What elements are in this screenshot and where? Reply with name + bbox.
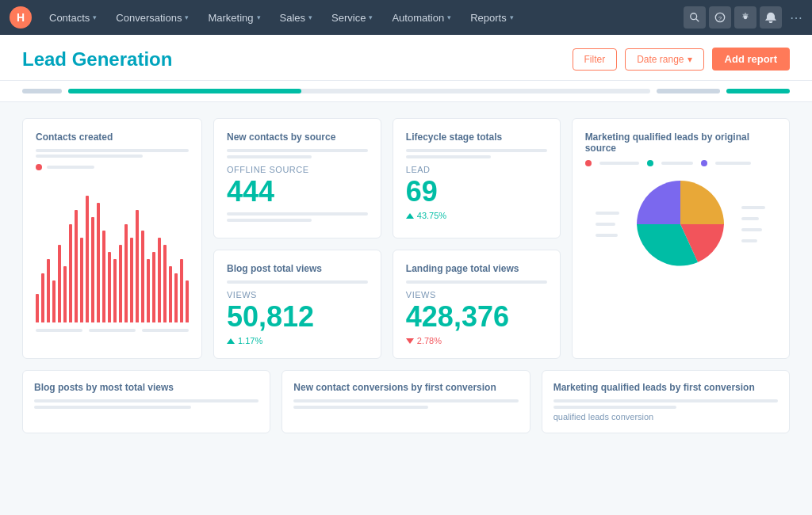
new-contacts-card: New contacts by source OFFLINE SOURCE 44… <box>213 118 381 238</box>
cards-grid: Contacts created New contacts by source <box>22 118 790 359</box>
page-title: Lead Generation <box>22 48 172 71</box>
chevron-down-icon: ▾ <box>688 54 692 65</box>
chart-bar <box>102 231 105 322</box>
pie-source-legend <box>585 160 776 166</box>
help-icon-btn[interactable]: ? <box>709 6 731 29</box>
chart-bar <box>147 259 150 322</box>
chart-x-labels <box>36 329 189 332</box>
card-legend <box>36 164 189 170</box>
progress-row <box>0 81 812 102</box>
mql-conversion-card: Marketing qualified leads by first conve… <box>542 370 790 433</box>
search-icon-btn[interactable] <box>684 6 706 29</box>
top-navigation: H Contacts ▾ Conversations ▾ Marketing ▾… <box>0 0 812 35</box>
nav-reports[interactable]: Reports ▾ <box>462 0 522 35</box>
source-dot-teal <box>647 160 653 166</box>
chevron-down-icon: ▾ <box>185 13 189 21</box>
notifications-icon-btn[interactable] <box>760 6 782 29</box>
progress-track-main <box>68 89 650 93</box>
chart-bar <box>80 238 83 322</box>
chevron-down-icon: ▾ <box>93 13 97 21</box>
lifecycle-title: Lifecycle stage totals <box>406 132 547 143</box>
contacts-created-card: Contacts created <box>22 118 202 359</box>
more-options-icon[interactable]: ⋯ <box>790 10 802 25</box>
blog-views-label: VIEWS <box>227 290 368 299</box>
chart-bar <box>124 224 128 322</box>
legend-lines <box>36 149 189 158</box>
lead-label: LEAD <box>406 165 547 174</box>
chart-bar <box>63 266 67 322</box>
chart-bar <box>86 196 89 322</box>
chart-bar <box>174 273 178 322</box>
bottom-cards-grid: Blog posts by most total views New conta… <box>22 370 790 433</box>
nav-contacts[interactable]: Contacts ▾ <box>41 0 105 35</box>
blog-views-change: 1.17% <box>227 336 368 345</box>
nav-sales[interactable]: Sales ▾ <box>272 0 321 35</box>
chart-bar <box>52 280 56 322</box>
contacts-created-title: Contacts created <box>36 132 189 143</box>
chevron-down-icon: ▾ <box>369 13 373 21</box>
lifecycle-stage-card: Lifecycle stage totals LEAD 69 43.75% <box>393 118 561 238</box>
nav-service[interactable]: Service ▾ <box>324 0 381 35</box>
filter-button[interactable]: Filter <box>573 48 618 71</box>
chevron-down-icon: ▾ <box>510 13 514 21</box>
progress-bar-left <box>22 89 62 93</box>
settings-icon-btn[interactable] <box>734 6 756 29</box>
source-dot-red <box>585 160 592 166</box>
chart-bar <box>136 210 139 322</box>
legend-line-2 <box>36 154 143 158</box>
chart-bar <box>158 238 161 322</box>
pie-chart-svg <box>629 173 732 276</box>
chart-bar <box>186 280 189 322</box>
down-arrow-icon <box>406 338 414 344</box>
legend-dot <box>36 164 42 170</box>
chevron-down-icon: ▾ <box>257 13 261 21</box>
chevron-down-icon: ▾ <box>308 13 312 21</box>
chart-bar <box>91 217 94 322</box>
add-report-button[interactable]: Add report <box>712 48 790 71</box>
new-contacts-value: 444 <box>227 177 368 206</box>
new-contacts-title: New contacts by source <box>227 132 368 143</box>
chart-bar <box>180 259 183 322</box>
progress-fill-teal <box>68 89 301 93</box>
blog-posts-title: Blog posts by most total views <box>34 382 259 393</box>
pie-left-legend <box>596 212 619 237</box>
svg-line-1 <box>696 19 699 22</box>
progress-bar-right <box>657 89 720 93</box>
topnav-icon-group: ? <box>684 6 782 29</box>
chart-bar <box>113 259 117 322</box>
pie-chart-container <box>585 173 776 276</box>
chart-bar <box>69 224 72 322</box>
up-arrow-icon <box>406 213 414 219</box>
chart-bar <box>108 252 111 322</box>
landing-views-card: Landing page total views VIEWS 428,376 2… <box>393 250 561 359</box>
source-dot-purple <box>701 160 707 166</box>
blog-views-title: Blog post total views <box>227 263 368 274</box>
blog-posts-card: Blog posts by most total views <box>22 370 270 433</box>
chart-bar <box>130 238 133 322</box>
chart-bar <box>97 203 100 322</box>
nav-automation[interactable]: Automation ▾ <box>384 0 459 35</box>
nav-conversations[interactable]: Conversations ▾ <box>108 0 197 35</box>
legend-line-1 <box>36 149 189 152</box>
bar-chart <box>36 180 189 322</box>
contact-conversions-title: New contact conversions by first convers… <box>293 382 518 393</box>
chart-bar <box>169 266 172 322</box>
blog-views-value: 50,812 <box>227 303 368 331</box>
landing-views-value: 428,376 <box>406 303 547 331</box>
pie-right-legend <box>741 206 765 242</box>
header-actions: Filter Date range ▾ Add report <box>573 48 791 71</box>
chart-bar <box>163 245 167 322</box>
chart-bar <box>58 245 61 322</box>
svg-point-0 <box>691 13 697 20</box>
date-range-button[interactable]: Date range ▾ <box>625 48 703 71</box>
contact-conversions-card: New contact conversions by first convers… <box>282 370 530 433</box>
offline-source-label: OFFLINE SOURCE <box>227 165 368 174</box>
chart-bar <box>141 231 144 322</box>
hubspot-logo: H <box>10 6 32 29</box>
main-content: Contacts created New contacts by source <box>0 102 812 449</box>
progress-fill-teal-right <box>726 89 790 93</box>
chart-bar <box>75 210 78 322</box>
nav-marketing[interactable]: Marketing ▾ <box>200 0 268 35</box>
blog-views-card: Blog post total views VIEWS 50,812 1.17% <box>213 250 381 359</box>
svg-text:?: ? <box>718 15 722 22</box>
